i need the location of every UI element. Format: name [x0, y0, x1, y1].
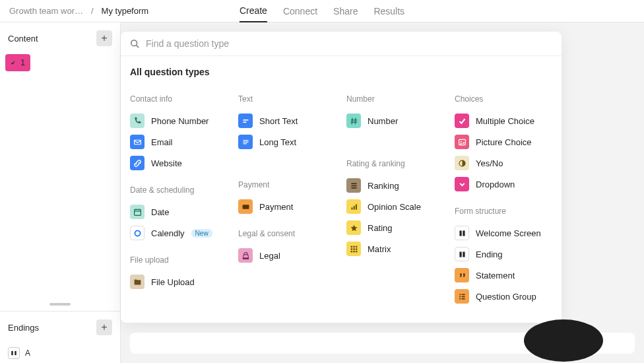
svg-rect-40 [461, 298, 465, 299]
svg-point-35 [459, 294, 461, 295]
search-row [121, 32, 562, 56]
option-question-group[interactable]: Question Group [455, 286, 552, 307]
svg-rect-38 [461, 296, 465, 297]
svg-rect-15 [351, 187, 356, 188]
option-calendly[interactable]: Calendly New [130, 222, 228, 244]
svg-rect-0 [11, 351, 13, 355]
plus-icon: + [101, 321, 107, 333]
star-icon [346, 220, 361, 235]
option-label: Opinion Scale [368, 202, 421, 212]
svg-rect-25 [350, 250, 352, 251]
folder-icon [130, 275, 145, 289]
question-number: 1 [20, 58, 25, 67]
option-label: Ranking [368, 181, 399, 191]
option-label: Matrix [368, 244, 391, 254]
svg-point-39 [459, 298, 461, 299]
ending-item-a[interactable]: A [0, 343, 120, 363]
quote-icon [455, 268, 469, 282]
option-label: Ending [476, 249, 502, 259]
sidebar-endings-title: Endings [8, 323, 39, 333]
tab-share[interactable]: Share [333, 1, 358, 22]
svg-rect-22 [350, 248, 352, 249]
calendly-icon [130, 226, 145, 240]
option-payment[interactable]: Payment [238, 196, 336, 217]
category-form-structure: Form structure [455, 207, 552, 216]
option-yes-no[interactable]: Yes/No [455, 152, 552, 174]
svg-rect-32 [463, 230, 465, 236]
svg-rect-7 [243, 121, 246, 123]
option-label: Payment [259, 202, 293, 212]
question-card-1[interactable]: 1 [5, 54, 30, 71]
chevron-down-icon [455, 177, 469, 191]
question-type-panel: All question types Contact info Phone Nu… [121, 32, 562, 323]
option-multiple-choice[interactable]: Multiple Choice [455, 110, 552, 131]
check-icon [455, 114, 469, 128]
tab-create[interactable]: Create [240, 0, 267, 22]
ending-label: A [25, 348, 30, 358]
top-bar: Growth team wor… / My typeform Create Co… [0, 0, 644, 22]
resize-handle[interactable] [49, 303, 71, 306]
option-opinion-scale[interactable]: Opinion Scale [346, 196, 444, 217]
svg-rect-17 [353, 205, 354, 209]
option-phone-number[interactable]: Phone Number [130, 110, 228, 131]
option-label: Multiple Choice [476, 116, 534, 126]
option-email[interactable]: Email [130, 131, 228, 152]
add-ending-button[interactable]: + [96, 319, 112, 335]
svg-rect-13 [351, 183, 356, 184]
option-rating[interactable]: Rating [346, 217, 444, 238]
search-input[interactable] [146, 38, 552, 49]
svg-rect-34 [463, 251, 465, 257]
option-website[interactable]: Website [130, 152, 228, 174]
svg-rect-31 [459, 230, 461, 236]
tab-results[interactable]: Results [373, 1, 404, 22]
breadcrumb-workspace[interactable]: Growth team wor… [9, 6, 83, 16]
svg-point-29 [460, 141, 461, 142]
add-question-button[interactable]: + [96, 30, 112, 46]
option-legal[interactable]: Legal [238, 245, 336, 266]
svg-rect-19 [350, 246, 352, 247]
breadcrumb-separator: / [91, 6, 94, 16]
matrix-icon [346, 242, 361, 256]
svg-rect-16 [351, 207, 352, 209]
ranking-icon [346, 178, 361, 193]
svg-rect-33 [459, 251, 461, 257]
option-welcome-screen[interactable]: Welcome Screen [455, 222, 552, 244]
long-text-icon [238, 135, 253, 149]
option-long-text[interactable]: Long Text [238, 131, 336, 152]
list-icon [455, 289, 469, 304]
option-matrix[interactable]: Matrix [346, 238, 444, 259]
option-label: Calendly [151, 228, 185, 238]
canvas: All question types Contact info Phone Nu… [121, 22, 644, 363]
tab-connect[interactable]: Connect [283, 1, 317, 22]
credit-card-icon [238, 199, 253, 214]
category-text: Text [238, 94, 336, 104]
svg-rect-18 [355, 204, 356, 209]
option-dropdown[interactable]: Dropdown [455, 174, 552, 195]
breadcrumb-current[interactable]: My typeform [102, 6, 149, 16]
option-label: Short Text [259, 116, 298, 126]
option-label: Long Text [259, 137, 296, 147]
category-payment: Payment [238, 180, 336, 189]
option-label: File Upload [151, 277, 195, 287]
option-label: Statement [476, 271, 515, 280]
new-badge: New [191, 229, 212, 238]
option-ranking[interactable]: Ranking [346, 175, 444, 196]
option-statement[interactable]: Statement [455, 265, 552, 286]
image-icon [455, 135, 469, 149]
svg-rect-24 [355, 248, 356, 249]
svg-rect-10 [243, 143, 247, 144]
category-date-scheduling: Date & scheduling [130, 185, 228, 195]
option-file-upload[interactable]: File Upload [130, 271, 228, 292]
option-ending[interactable]: Ending [455, 244, 552, 265]
hash-icon [346, 114, 361, 128]
short-text-icon [238, 114, 253, 128]
option-number[interactable]: Number [346, 110, 444, 131]
option-picture-choice[interactable]: Picture Choice [455, 131, 552, 152]
layout-icon [455, 226, 469, 240]
svg-rect-23 [353, 248, 354, 249]
option-date[interactable]: Date [130, 201, 228, 222]
preview-image [524, 319, 603, 362]
option-short-text[interactable]: Short Text [238, 110, 336, 131]
check-icon [11, 59, 15, 67]
svg-rect-26 [353, 250, 354, 251]
